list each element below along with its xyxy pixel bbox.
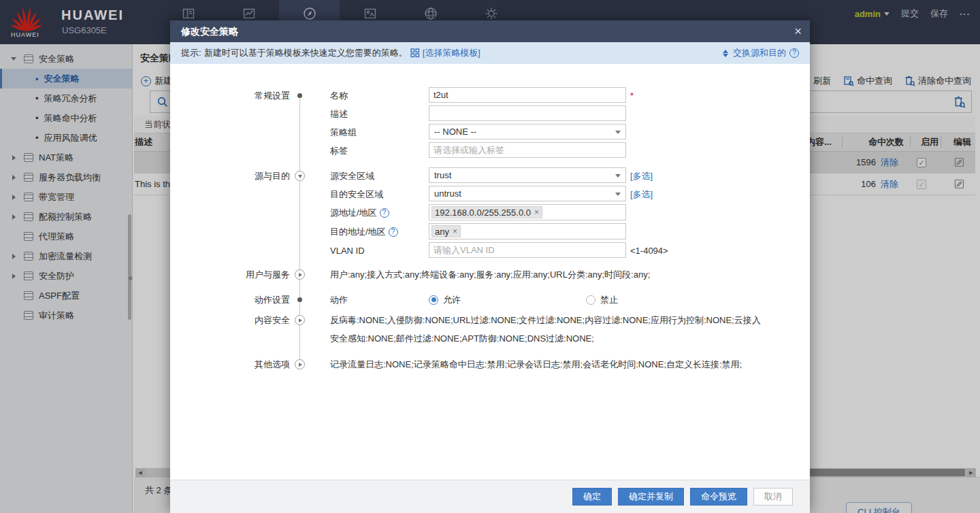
action-radio-group: 允许 禁止: [429, 291, 618, 309]
content-security-summary: 反病毒:NONE;入侵防御:NONE;URL过滤:NONE;文件过滤:NONE;…: [330, 311, 769, 348]
dialog-header: 修改安全策略 ×: [170, 20, 810, 42]
ok-button[interactable]: 确定: [572, 488, 612, 506]
src-zone-label: 源安全区域: [330, 167, 427, 185]
remove-tag-icon[interactable]: ×: [534, 207, 539, 218]
deny-radio[interactable]: [586, 295, 595, 305]
address-tag: 192.168.0.0/255.255.0.0 ×: [431, 206, 542, 218]
src-zone-multi-link[interactable]: [多选]: [630, 167, 653, 185]
dialog-body: 常规设置 名称 * 描述 策略组 -- NONE -- 标签 源与目的: [170, 64, 810, 480]
help-icon[interactable]: ?: [789, 48, 799, 58]
dialog-title: 修改安全策略: [181, 26, 238, 37]
allow-radio[interactable]: [429, 295, 438, 305]
choose-template-link[interactable]: [选择策略模板]: [423, 47, 480, 59]
chevron-down-icon: [615, 193, 621, 196]
name-input[interactable]: [429, 87, 626, 103]
help-icon[interactable]: ?: [389, 227, 398, 237]
other-options-summary: 记录流量日志:NONE;记录策略命中日志:禁用;记录会话日志:禁用;会话老化时间…: [330, 355, 769, 374]
section-user-service-label: 用户与服务: [170, 265, 290, 284]
section-expand-icon[interactable]: [295, 315, 305, 325]
allow-label: 允许: [443, 294, 461, 306]
vlan-label: VLAN ID: [330, 242, 427, 260]
section-expand-icon[interactable]: [295, 359, 305, 369]
section-action-label: 动作设置: [170, 291, 290, 309]
src-zone-select[interactable]: trust: [429, 167, 626, 183]
dst-addr-label: 目的地址/地区: [330, 222, 386, 241]
remove-tag-icon[interactable]: ×: [453, 226, 457, 237]
policy-group-select[interactable]: -- NONE --: [429, 124, 626, 139]
tags-input[interactable]: [429, 142, 626, 158]
chevron-down-icon: [615, 131, 621, 134]
section-collapse-icon[interactable]: [295, 171, 305, 181]
dst-zone-select[interactable]: untrust: [429, 186, 626, 201]
vlan-input[interactable]: [429, 242, 626, 258]
dialog-hint-bar: 提示: 新建时可以基于策略模板来快速定义您需要的策略。 [选择策略模板] 交换源…: [170, 42, 810, 64]
dst-zone-label: 目的安全区域: [330, 185, 427, 203]
user-service-summary: 用户:any;接入方式:any;终端设备:any;服务:any;应用:any;U…: [330, 265, 769, 284]
dst-addr-field[interactable]: any ×: [429, 223, 626, 239]
src-addr-field[interactable]: 192.168.0.0/255.255.0.0 ×: [429, 204, 626, 220]
name-label: 名称: [330, 86, 427, 105]
modify-security-policy-dialog: 修改安全策略 × 提示: 新建时可以基于策略模板来快速定义您需要的策略。 [选择…: [170, 20, 810, 513]
swap-icon: [723, 50, 728, 57]
dialog-footer: 确定 确定并复制 命令预览 取消: [170, 480, 810, 513]
command-preview-button[interactable]: 命令预览: [690, 488, 747, 506]
required-asterisk: *: [630, 86, 634, 105]
src-addr-label: 源地址/地区: [330, 203, 377, 222]
cancel-button[interactable]: 取消: [753, 488, 793, 506]
section-content-security-label: 内容安全: [170, 311, 290, 329]
section-other-label: 其他选项: [170, 355, 290, 374]
deny-label: 禁止: [600, 294, 618, 306]
dst-zone-multi-link[interactable]: [多选]: [630, 185, 653, 203]
help-icon[interactable]: ?: [380, 208, 389, 218]
description-label: 描述: [330, 105, 427, 123]
vlan-range-hint: <1-4094>: [630, 242, 668, 260]
swap-src-dst-link[interactable]: 交换源和目的: [733, 47, 786, 59]
section-general-label: 常规设置: [170, 86, 290, 105]
address-tag: any ×: [431, 225, 461, 237]
ok-and-copy-button[interactable]: 确定并复制: [618, 488, 684, 506]
action-label: 动作: [330, 291, 427, 309]
description-input[interactable]: [429, 105, 626, 121]
policy-group-label: 策略组: [330, 123, 427, 142]
section-srcdst-label: 源与目的: [170, 167, 290, 185]
tags-label: 标签: [330, 142, 427, 160]
template-grid-icon: [410, 48, 420, 58]
section-dot-icon: [297, 93, 302, 98]
hint-prefix: 提示:: [181, 47, 201, 59]
section-expand-icon[interactable]: [295, 269, 305, 280]
chevron-down-icon: [615, 174, 621, 178]
hint-text: 新建时可以基于策略模板来快速定义您需要的策略。: [204, 47, 408, 59]
close-icon[interactable]: ×: [794, 20, 802, 42]
section-dot-icon: [297, 297, 302, 302]
